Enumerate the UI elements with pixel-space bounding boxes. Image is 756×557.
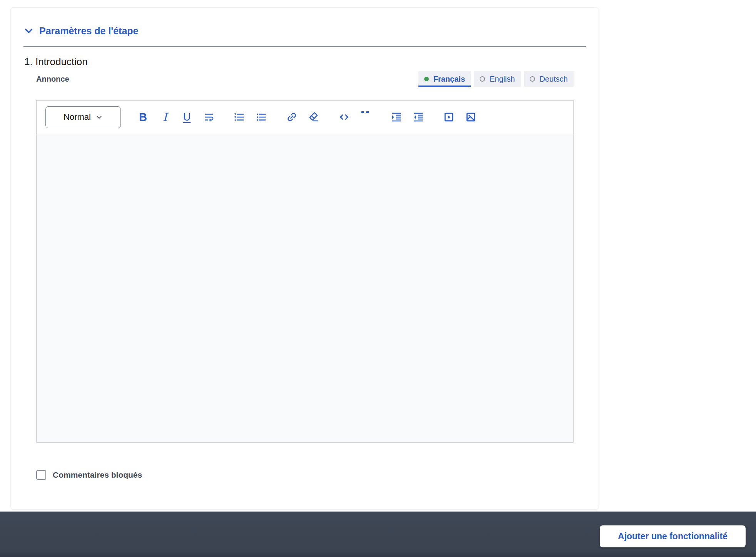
toolbar-group-code-quote: “ [333,107,377,127]
bold-button[interactable]: B [132,107,154,127]
step-title: 1. Introduction [24,56,586,68]
remove-format-button[interactable] [303,107,324,127]
lang-tab-francais[interactable]: Français [418,71,471,87]
editor-toolbar: Normal B I U [37,101,573,134]
ordered-list-icon [234,111,245,123]
section-title: Paramètres de l'étape [39,25,138,37]
image-button[interactable] [460,107,482,127]
video-icon [443,111,455,123]
radio-circle-icon [480,76,485,82]
comments-blocked-label: Commentaires bloqués [53,470,142,480]
comments-blocked-row: Commentaires bloqués [36,470,574,480]
active-language-dot-icon [424,77,429,81]
code-view-button[interactable] [333,107,355,127]
chevron-down-icon [23,26,34,36]
video-button[interactable] [438,107,460,127]
field-header-row: Annonce Français English Deutsch [36,71,574,87]
outdent-button[interactable] [407,107,429,127]
indent-button[interactable] [385,107,407,127]
blockquote-icon: “ [360,111,372,123]
announce-field: Annonce Français English Deutsch [36,71,574,480]
lang-tab-english[interactable]: English [474,71,521,87]
add-feature-button[interactable]: Ajouter une fonctionnalité [600,525,746,547]
ordered-list-button[interactable] [228,107,250,127]
bullet-list-button[interactable] [250,107,272,127]
italic-button[interactable]: I [154,107,176,127]
indent-icon [391,111,402,123]
page: Paramètres de l'étape 1. Introduction An… [0,0,756,557]
bold-icon: B [139,111,147,124]
lang-tab-label: English [490,75,515,84]
blockquote-button[interactable]: “ [355,107,377,127]
section-header-toggle[interactable]: Paramètres de l'étape [23,25,138,37]
rich-text-editor: Normal B I U [36,100,574,443]
lang-tab-label: Deutsch [540,75,568,84]
footer-bar: Ajouter une fonctionnalité [0,512,756,557]
image-icon [465,111,477,123]
announce-label: Annonce [36,75,69,84]
toolbar-group-media [438,107,482,127]
divider [23,46,586,47]
format-select-value: Normal [64,112,91,122]
radio-circle-icon [530,76,535,82]
editor-content[interactable] [37,134,573,442]
step-settings-card: Paramètres de l'étape 1. Introduction An… [10,7,599,510]
toolbar-group-lists [228,107,272,127]
outdent-icon [413,111,424,123]
underline-icon: U [183,111,191,123]
italic-icon: I [163,111,167,124]
code-icon [338,111,350,123]
format-select[interactable]: Normal [45,106,121,128]
comments-blocked-checkbox[interactable] [36,470,46,480]
wrap-text-icon [203,111,215,123]
toolbar-group-indent [385,107,429,127]
toolbar-group-link [281,107,324,127]
toolbar-group-text-style: B I U [132,107,220,127]
lang-tab-deutsch[interactable]: Deutsch [524,71,574,87]
link-button[interactable] [281,107,303,127]
eraser-icon [308,111,319,123]
wrap-text-button[interactable] [198,107,220,127]
underline-button[interactable]: U [176,107,198,127]
language-tabs: Français English Deutsch [418,71,574,87]
chevron-down-icon [95,114,103,121]
link-icon [286,111,298,123]
bullet-list-icon [256,111,267,123]
lang-tab-label: Français [433,75,465,84]
